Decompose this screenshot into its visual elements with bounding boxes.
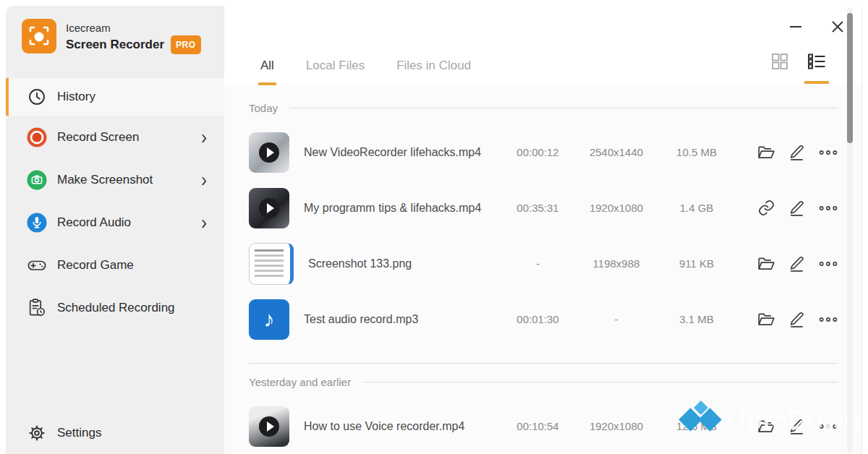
table-row[interactable]: ♪ Test audio record.mp3 00:01:30 - 3.1 M… (249, 291, 838, 347)
app-logo-icon (22, 19, 56, 56)
file-name: Screenshot 133.png (308, 257, 503, 270)
sidebar-item-label: Record Game (57, 258, 134, 273)
tab-files-in-cloud[interactable]: Files in Cloud (396, 59, 471, 85)
music-note-icon: ♪ (264, 307, 275, 332)
open-folder-button[interactable] (757, 254, 775, 273)
sidebar-item-label: Scheduled Recording (57, 301, 175, 315)
file-resolution: 2540x1440 (572, 146, 660, 158)
grid-view-icon[interactable] (770, 52, 789, 78)
pro-badge: PRO (171, 35, 201, 54)
section-divider-line (362, 382, 838, 382)
file-duration: 00:10:54 (503, 420, 572, 432)
brand-line2: Screen Recorder (66, 37, 164, 53)
file-size: 12.6 MB (660, 420, 733, 432)
rename-button[interactable] (788, 254, 806, 273)
file-duration: 00:01:30 (503, 313, 572, 325)
tab-all[interactable]: All (260, 59, 274, 85)
audio-thumbnail[interactable]: ♪ (249, 299, 289, 340)
brand-line1: Icecream (66, 21, 201, 35)
play-icon (259, 416, 279, 437)
sidebar-item-history[interactable]: History (6, 78, 224, 116)
file-resolution: - (572, 313, 660, 325)
record-icon (25, 126, 48, 148)
video-thumbnail[interactable] (249, 188, 289, 228)
view-toggles (770, 52, 827, 78)
sidebar-item-record-game[interactable]: Record Game (6, 244, 224, 286)
file-name: New VideoRecorder lifehacks.mp4 (304, 146, 503, 159)
file-size: 3.1 MB (660, 313, 733, 325)
more-options-button[interactable] (818, 148, 838, 157)
image-thumbnail[interactable] (249, 243, 294, 285)
file-duration: 00:00:12 (503, 146, 572, 158)
clipboard-clock-icon (25, 296, 48, 319)
table-row[interactable]: My programm tips & lifehacks.mp4 00:35:3… (249, 180, 838, 236)
file-name: My programm tips & lifehacks.mp4 (304, 202, 503, 215)
topbar: All Local Files Files in Cloud (224, 6, 861, 85)
settings-label: Settings (57, 426, 101, 440)
section-divider-line (289, 108, 838, 108)
clock-icon (25, 86, 48, 108)
sidebar-item-label: History (57, 90, 95, 104)
open-folder-button[interactable] (757, 417, 775, 436)
file-duration: 00:35:31 (503, 202, 572, 214)
section-header-yesterday: Yesterday and earlier (249, 364, 838, 398)
sidebar-nav: History Record Screen › Make Screenshot … (6, 78, 224, 329)
file-name: How to use Voice recorder.mp4 (304, 420, 503, 433)
open-folder-button[interactable] (757, 143, 775, 162)
sidebar-item-scheduled-recording[interactable]: Scheduled Recording (6, 286, 224, 329)
sidebar-item-label: Record Audio (57, 215, 131, 230)
more-options-button[interactable] (818, 204, 838, 213)
file-resolution: 1920x1080 (572, 420, 660, 432)
sidebar-item-record-screen[interactable]: Record Screen › (6, 116, 224, 158)
file-name: Test audio record.mp3 (304, 313, 503, 326)
more-options-button[interactable] (818, 315, 838, 324)
chevron-right-icon: › (201, 213, 207, 233)
sidebar-item-make-screenshot[interactable]: Make Screenshot › (6, 158, 224, 201)
camera-icon (25, 168, 48, 191)
open-folder-button[interactable] (757, 310, 775, 329)
list-view-icon[interactable] (807, 52, 827, 78)
gear-icon (25, 422, 48, 445)
file-resolution: 1198x988 (572, 257, 660, 270)
rename-button[interactable] (788, 417, 806, 435)
rename-button[interactable] (788, 143, 806, 161)
copy-link-button[interactable] (757, 199, 775, 217)
play-icon (259, 198, 279, 218)
video-thumbnail[interactable] (249, 406, 289, 447)
sidebar-item-label: Record Screen (57, 130, 139, 145)
main-panel: All Local Files Files in Cloud Today (224, 6, 862, 454)
window-controls (788, 19, 846, 35)
sidebar-item-settings[interactable]: Settings (6, 412, 224, 454)
tab-local-files[interactable]: Local Files (306, 59, 365, 85)
rename-button[interactable] (788, 310, 806, 328)
chevron-right-icon: › (201, 170, 207, 190)
microphone-icon (25, 211, 48, 234)
file-size: 1.4 GB (660, 202, 733, 214)
tab-bar: All Local Files Files in Cloud (260, 59, 471, 85)
chevron-right-icon: › (201, 127, 207, 147)
close-button[interactable] (830, 19, 846, 35)
video-thumbnail[interactable] (249, 132, 289, 173)
table-row[interactable]: How to use Voice recorder.mp4 00:10:54 1… (249, 398, 838, 454)
rename-button[interactable] (788, 199, 806, 217)
table-row[interactable]: New VideoRecorder lifehacks.mp4 00:00:12… (249, 124, 838, 180)
app-logo: Icecream Screen Recorder PRO (6, 6, 224, 68)
scrollbar-thumb[interactable] (847, 13, 853, 143)
history-list: Today New VideoRecorder lifehacks.mp4 00… (224, 85, 861, 454)
sidebar-item-record-audio[interactable]: Record Audio › (6, 201, 224, 244)
more-options-button[interactable] (818, 422, 838, 431)
table-row[interactable]: Screenshot 133.png - 1198x988 911 KB (249, 236, 838, 291)
app-window: Icecream Screen Recorder PRO History Rec… (6, 6, 862, 454)
section-header-today: Today (249, 85, 838, 124)
more-options-button[interactable] (818, 260, 838, 268)
file-resolution: 1920x1080 (572, 202, 660, 214)
file-size: 911 KB (660, 257, 733, 270)
sidebar: Icecream Screen Recorder PRO History Rec… (6, 6, 224, 454)
file-size: 10.5 MB (660, 146, 733, 158)
play-icon (259, 142, 279, 163)
section-title: Today (249, 102, 278, 114)
minimize-button[interactable] (788, 19, 804, 35)
section-title: Yesterday and earlier (249, 376, 351, 388)
gamepad-icon (25, 254, 48, 276)
sidebar-item-label: Make Screenshot (57, 173, 153, 187)
